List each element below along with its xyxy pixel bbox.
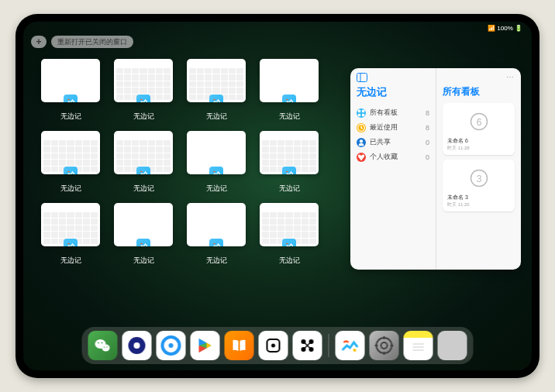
window-thumbnail[interactable]: 无边记 [39,203,102,266]
sidebar-item-count: 8 [426,109,429,117]
board-date: 昨天 11:28 [446,145,512,152]
dock-app-play[interactable] [191,331,220,360]
svg-point-15 [102,342,103,344]
window-grid: 无边记无边记无边记无边记无边记无边记无边记无边记无边记无边记无边记无边记 [39,59,321,266]
board-card[interactable]: 6未命名 6昨天 11:28 [443,103,515,155]
dock-app-notes[interactable] [404,331,433,360]
side-panel[interactable]: ⋯ 无边记 所有看板8最近使用8已共享0个人收藏0 所有看板 6未命名 6昨天 … [350,68,521,270]
thumbnail-preview [260,131,319,174]
sidebar-item[interactable]: 已共享0 [357,135,429,150]
freeform-app-icon [136,239,150,246]
reopen-closed-window-button[interactable]: 重新打开已关闭的窗口 [51,36,133,48]
panel-menu-icon[interactable]: ⋯ [506,73,515,81]
sidebar-item-label: 最近使用 [370,122,398,132]
thumbnail-preview [187,203,246,246]
freeform-app-icon [282,167,296,174]
thumbnail-preview [260,203,319,246]
window-thumbnail[interactable]: 无边记 [257,59,321,122]
svg-rect-3 [362,109,364,112]
dock-app-freeform[interactable] [336,331,365,360]
window-thumbnail[interactable]: 无边记 [112,203,175,266]
freeform-app-icon [209,167,223,174]
sidebar-item[interactable]: 个人收藏0 [357,150,429,164]
dock-app-settings[interactable] [370,331,399,360]
thumbnail-preview [41,131,100,174]
board-date: 昨天 11:25 [446,201,512,208]
grid-icon [357,108,366,118]
screen: 📶 100% 🔋 + 重新打开已关闭的窗口 无边记无边记无边记无边记无边记无边记… [23,22,532,370]
freeform-app-icon [282,239,296,246]
thumbnail-preview [187,59,246,102]
dock-separator [329,334,329,357]
sidebar-item[interactable]: 所有看板8 [357,105,429,120]
board-label: 未命名 6 [446,137,512,145]
thumbnail-label: 无边记 [206,256,227,266]
dock-app-browser2[interactable] [157,331,186,360]
dock-app-connect[interactable] [293,331,322,360]
thumbnail-label: 无边记 [206,112,227,122]
window-thumbnail[interactable]: 无边记 [112,59,175,122]
thumbnail-label: 无边记 [133,184,154,194]
sidebar-item[interactable]: 最近使用8 [357,120,429,135]
svg-rect-4 [358,113,360,115]
dock-app-books[interactable] [225,331,254,360]
window-thumbnail[interactable]: 无边记 [184,203,248,266]
panel-item-list: 所有看板8最近使用8已共享0个人收藏0 [357,105,429,164]
status-right: 📶 100% 🔋 [488,25,522,36]
freeform-app-icon [136,95,150,102]
sidebar-item-label: 已共享 [370,137,391,147]
freeform-app-icon [209,239,223,246]
freeform-app-icon [64,239,78,246]
window-thumbnail[interactable]: 无边记 [184,59,248,122]
board-label: 未命名 3 [446,194,512,201]
thumbnail-preview [41,59,100,102]
window-thumbnail[interactable]: 无边记 [184,131,248,194]
svg-point-16 [104,346,105,348]
thumbnail-label: 无边记 [206,184,227,194]
svg-point-17 [106,346,108,348]
thumbnail-label: 无边记 [60,256,81,266]
board-list: 6未命名 6昨天 11:283未命名 3昨天 11:25 [443,103,515,211]
dock-app-dice[interactable] [259,331,288,360]
svg-rect-5 [362,113,364,115]
top-bar: + 重新打开已关闭的窗口 [31,36,133,48]
dock-app-wechat[interactable] [88,331,118,360]
clock-icon [357,123,366,132]
thumbnail-preview [114,203,173,246]
panel-content: 所有看板 6未命名 6昨天 11:283未命名 3昨天 11:25 [436,68,521,270]
thumbnail-label: 无边记 [279,184,300,194]
sidebar-item-count: 0 [426,153,429,161]
thumbnail-preview [41,203,100,246]
thumbnail-label: 无边记 [279,112,300,122]
thumbnail-preview [260,59,319,102]
thumbnail-label: 无边记 [60,184,81,194]
freeform-app-icon [64,95,78,102]
heart-icon [357,153,366,162]
svg-point-32 [381,342,388,349]
status-bar: 📶 100% 🔋 [23,25,532,36]
dock-app-browser1[interactable] [122,331,152,360]
dock-app-multi[interactable] [438,331,467,360]
sidebar-toggle-icon[interactable] [357,73,367,82]
board-card[interactable]: 3未命名 3昨天 11:25 [443,160,515,211]
thumbnail-label: 无边记 [133,256,154,266]
new-window-button[interactable]: + [31,36,47,48]
svg-point-31 [377,338,392,353]
svg-point-14 [98,342,99,344]
svg-point-7 [360,139,363,143]
board-thumbnail: 6 [446,106,512,137]
sidebar-item-count: 0 [426,139,429,146]
panel-content-title: 所有看板 [443,85,515,98]
svg-point-13 [102,345,110,352]
window-thumbnail[interactable]: 无边记 [39,131,102,194]
svg-point-19 [134,342,140,349]
freeform-app-icon [282,95,296,102]
thumbnail-preview [187,131,246,174]
window-thumbnail[interactable]: 无边记 [257,131,321,194]
window-thumbnail[interactable]: 无边记 [257,203,321,266]
window-thumbnail[interactable]: 无边记 [112,131,175,194]
window-thumbnail[interactable]: 无边记 [39,59,102,122]
sidebar-item-label: 所有看板 [370,108,398,118]
dock [82,327,474,364]
thumbnail-preview [114,131,173,174]
